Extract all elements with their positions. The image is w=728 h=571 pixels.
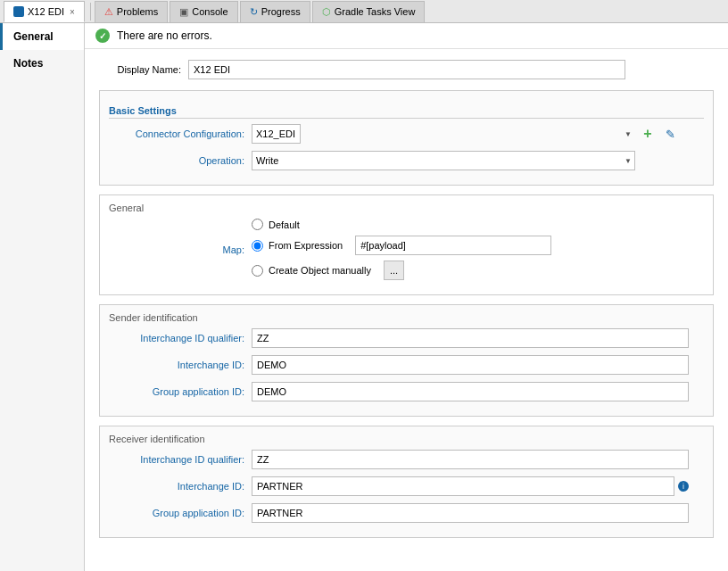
tab-gradle[interactable]: ⬡ Gradle Tasks View xyxy=(312,1,426,22)
sender-qualifier-label: Interchange ID qualifier: xyxy=(109,333,252,343)
receiver-section: Receiver identification Interchange ID q… xyxy=(99,426,714,538)
sender-qualifier-row: Interchange ID qualifier: xyxy=(109,328,704,348)
display-name-label: Display Name: xyxy=(99,64,188,75)
radio-create-object-row: Create Object manually ... xyxy=(252,261,551,280)
receiver-section-header: Receiver identification xyxy=(109,434,704,444)
map-row: Map: Default From Expression xyxy=(109,219,704,280)
receiver-id-input[interactable] xyxy=(252,476,674,496)
operation-select-wrapper: Write xyxy=(252,151,635,170)
receiver-qualifier-input[interactable] xyxy=(252,450,689,469)
tab-problems[interactable]: ⚠ Problems xyxy=(95,1,168,22)
sidebar-general-label: General xyxy=(13,30,54,43)
receiver-qualifier-row: Interchange ID qualifier: xyxy=(109,450,704,469)
tab-console-label: Console xyxy=(192,6,228,17)
radio-create-object-label: Create Object manually xyxy=(269,265,371,276)
status-ok-icon: ✓ xyxy=(95,29,110,43)
sidebar-item-notes[interactable]: Notes xyxy=(0,50,84,77)
connector-config-select-wrapper: X12_EDI xyxy=(252,124,635,144)
receiver-id-label: Interchange ID: xyxy=(109,481,252,492)
sender-id-input[interactable] xyxy=(252,355,689,375)
tab-x12edi-label: X12 EDI xyxy=(28,6,64,17)
general-section: General Map: Default From Expression xyxy=(99,194,714,295)
radio-expression-row: From Expression xyxy=(252,236,551,255)
receiver-group-label: Group application ID: xyxy=(109,508,252,518)
receiver-group-row: Group application ID: xyxy=(109,503,704,523)
checkmark-icon: ✓ xyxy=(99,31,106,41)
sender-qualifier-input[interactable] xyxy=(252,328,689,348)
tab-progress[interactable]: ↻ Progress xyxy=(240,1,310,22)
sender-id-label: Interchange ID: xyxy=(109,360,252,370)
display-name-input[interactable] xyxy=(188,60,625,79)
connector-config-label: Connector Configuration: xyxy=(109,128,252,139)
sender-group-label: Group application ID: xyxy=(109,386,252,397)
status-message: There are no errors. xyxy=(117,29,212,42)
console-icon: ▣ xyxy=(179,6,188,18)
progress-icon: ↻ xyxy=(250,6,258,18)
operation-row: Operation: Write xyxy=(109,151,704,170)
receiver-id-row: Interchange ID: i xyxy=(109,476,704,496)
operation-select[interactable]: Write xyxy=(252,151,635,170)
tab-bar: X12 EDI × ⚠ Problems ▣ Console ↻ Progres… xyxy=(0,0,728,23)
main-layout: General Notes ✓ There are no errors. Dis… xyxy=(0,23,728,571)
tab-gradle-label: Gradle Tasks View xyxy=(335,6,416,17)
map-radio-group: Default From Expression Create Object ma… xyxy=(252,219,551,280)
receiver-qualifier-label: Interchange ID qualifier: xyxy=(109,454,252,465)
form-content: Display Name: Basic Settings Connector C… xyxy=(85,49,728,558)
connector-config-select[interactable]: X12_EDI xyxy=(252,124,301,144)
tab-x12edi[interactable]: X12 EDI × xyxy=(4,1,85,22)
radio-from-expression[interactable] xyxy=(252,240,263,252)
sidebar: General Notes xyxy=(0,23,85,571)
edit-connector-button[interactable]: ✎ xyxy=(660,124,680,144)
connector-config-dropdown-container: X12_EDI + ✎ xyxy=(252,124,689,144)
status-bar: ✓ There are no errors. xyxy=(85,23,728,49)
gradle-icon: ⬡ xyxy=(322,6,331,18)
general-section-header: General xyxy=(109,203,704,213)
basic-settings-header: Basic Settings xyxy=(109,105,704,119)
radio-create-object[interactable] xyxy=(252,265,263,277)
expression-input[interactable] xyxy=(355,236,551,255)
receiver-id-info-icon: i xyxy=(678,481,689,492)
tab-x12edi-close[interactable]: × xyxy=(70,7,75,17)
connector-config-row: Connector Configuration: X12_EDI + ✎ xyxy=(109,124,704,144)
create-object-ellipsis-button[interactable]: ... xyxy=(384,261,404,280)
add-connector-button[interactable]: + xyxy=(638,124,658,144)
sender-group-input[interactable] xyxy=(252,382,689,401)
sender-section: Sender identification Interchange ID qua… xyxy=(99,304,714,417)
display-name-row: Display Name: xyxy=(99,60,714,79)
receiver-id-container: i xyxy=(252,476,689,496)
radio-default-row: Default xyxy=(252,219,551,230)
map-label: Map: xyxy=(109,244,252,255)
radio-default[interactable] xyxy=(252,219,263,230)
radio-expression-label: From Expression xyxy=(269,240,343,251)
sender-id-row: Interchange ID: xyxy=(109,355,704,375)
content-area: ✓ There are no errors. Display Name: Bas… xyxy=(85,23,728,571)
x12edi-icon xyxy=(13,6,24,17)
receiver-group-input[interactable] xyxy=(252,503,689,523)
sidebar-notes-label: Notes xyxy=(13,57,43,70)
tab-separator-1 xyxy=(90,3,91,21)
sender-group-row: Group application ID: xyxy=(109,382,704,401)
tab-progress-label: Progress xyxy=(261,6,301,17)
problems-icon: ⚠ xyxy=(104,6,113,18)
sidebar-item-general[interactable]: General xyxy=(0,23,84,50)
basic-settings-section: Basic Settings Connector Configuration: … xyxy=(99,90,714,186)
sender-section-header: Sender identification xyxy=(109,312,704,323)
operation-label: Operation: xyxy=(109,155,252,166)
tab-console[interactable]: ▣ Console xyxy=(170,1,237,22)
tab-problems-label: Problems xyxy=(117,6,158,17)
radio-default-label: Default xyxy=(269,219,300,230)
